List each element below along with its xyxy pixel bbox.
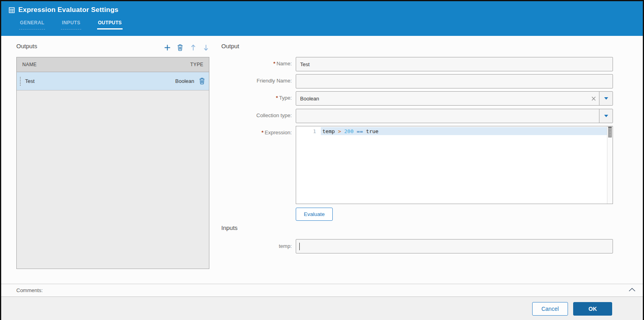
type-combobox[interactable]: Boolean (296, 91, 613, 106)
collection-type-combobox[interactable] (296, 109, 613, 123)
outputs-table-header: NAME TYPE (17, 57, 209, 72)
column-header-name: NAME (22, 62, 37, 67)
comments-label: Comments: (16, 287, 43, 293)
scrollbar-thumb[interactable] (608, 127, 612, 137)
friendly-name-label: Friendly Name: (208, 78, 292, 84)
text-cursor (299, 243, 300, 250)
tab-bar: GENERAL INPUTS OUTPUTS (19, 20, 123, 29)
delete-output-button[interactable] (176, 43, 185, 52)
temp-label: temp: (208, 243, 292, 249)
type-label: *Type: (208, 95, 292, 101)
output-heading: Output (221, 43, 239, 49)
type-value: Boolean (296, 96, 588, 102)
required-marker: * (273, 61, 275, 67)
name-field-wrap (296, 57, 613, 71)
chevron-down-icon (604, 97, 608, 100)
settings-grid-icon (9, 7, 15, 13)
move-up-button[interactable] (189, 43, 197, 52)
temp-field-wrap (296, 239, 613, 253)
dialog-header: Expression Evaluator Settings GENERAL IN… (1, 1, 643, 36)
temp-input[interactable] (296, 240, 613, 253)
collapse-comments-button[interactable] (628, 288, 636, 292)
dialog-title: Expression Evaluator Settings (18, 6, 118, 14)
dialog-footer: Cancel OK (1, 297, 643, 320)
expression-code-line: temp > 200 == true (322, 128, 379, 135)
editor-scrollbar[interactable] (607, 126, 613, 204)
tab-inputs[interactable]: INPUTS (61, 20, 81, 29)
clear-type-button[interactable] (588, 96, 599, 101)
chevron-down-icon (604, 115, 608, 117)
row-name: Test (25, 78, 175, 84)
outputs-table: NAME TYPE Test Boolean (16, 57, 209, 269)
expression-evaluator-settings-dialog: Expression Evaluator Settings GENERAL IN… (0, 0, 644, 320)
tab-outputs[interactable]: OUTPUTS (97, 20, 123, 29)
name-label: *Name: (208, 61, 292, 67)
drag-handle-icon[interactable] (20, 77, 21, 86)
evaluate-button[interactable]: Evaluate (296, 208, 333, 221)
friendly-name-field-wrap (296, 74, 613, 88)
row-delete-button[interactable] (199, 78, 205, 84)
tab-general[interactable]: GENERAL (19, 20, 45, 29)
column-header-type: TYPE (190, 62, 203, 67)
collection-type-dropdown-button[interactable] (599, 109, 613, 123)
table-row[interactable]: Test Boolean (17, 72, 209, 90)
line-number: 1 (296, 128, 316, 135)
outputs-heading: Outputs (16, 43, 37, 49)
move-down-button[interactable] (202, 43, 211, 52)
cancel-button[interactable]: Cancel (532, 302, 568, 316)
type-dropdown-button[interactable] (599, 92, 613, 105)
comments-bar: Comments: (1, 284, 643, 297)
name-input[interactable] (296, 57, 613, 71)
row-type: Boolean (175, 78, 194, 84)
friendly-name-input[interactable] (296, 75, 613, 88)
ok-button[interactable]: OK (573, 302, 612, 316)
expression-label: *Expression: (208, 130, 292, 135)
outputs-toolbar (163, 42, 211, 53)
expression-editor[interactable]: 1 temp > 200 == true (296, 126, 613, 204)
inputs-heading: Inputs (221, 224, 238, 231)
add-output-button[interactable] (163, 43, 172, 52)
collection-type-label: Collection type: (208, 112, 292, 118)
